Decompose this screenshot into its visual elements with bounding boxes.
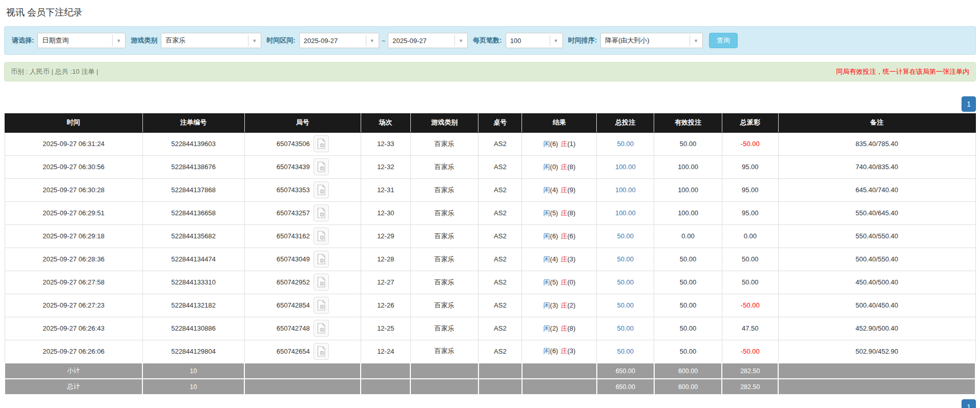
video-replay-button[interactable] [314,228,329,244]
date-from-combobox[interactable]: 2025-09-27 ▾ [299,33,379,48]
time-range-label: 时间区间: [266,36,295,45]
page-1-button[interactable]: 1 [962,399,976,408]
video-replay-button[interactable] [314,343,329,360]
cell-round-id: 650743049 [244,248,361,271]
cell-round-id: 650743162 [244,225,361,248]
cell-valid-bet: 100.00 [654,155,722,178]
cell-game-type: 百家乐 [410,248,478,271]
cell-total-bet-link[interactable]: 100.00 [597,155,654,178]
cell-total-bet-link[interactable]: 100.00 [597,201,654,225]
cell-remark: 452.90/500.40 [778,317,975,340]
sort-order-combobox[interactable]: 降幂(由大到小) ▾ [600,33,703,48]
total-valid-bet: 600.00 [654,379,722,395]
video-replay-button[interactable] [314,205,329,221]
date-to-value: 2025-09-27 [388,37,454,45]
video-replay-button[interactable] [314,274,329,291]
cell-total-bet-link[interactable]: 50.00 [597,248,654,271]
table-row: 2025-09-27 06:29:18 522844135682 6507431… [5,225,975,248]
cell-total-bet-link[interactable]: 50.00 [597,340,654,363]
cell-total-bet-link[interactable]: 50.00 [597,132,654,155]
cell-remark: 550.40/550.40 [778,225,975,248]
cell-game-type: 百家乐 [410,317,478,340]
subtotal-label: 小计 [5,363,142,379]
video-document-icon [317,254,326,264]
subtotal-valid-bet: 600.00 [654,363,722,379]
cell-remark: 500.40/550.40 [778,248,975,271]
page-size-label: 每页笔数: [473,36,502,45]
cell-game-type: 百家乐 [410,155,478,178]
video-replay-button[interactable] [314,251,329,268]
cell-round-id: 650742952 [244,271,361,294]
cell-time: 2025-09-27 06:26:06 [5,340,142,363]
date-to-combobox[interactable]: 2025-09-27 ▾ [388,33,468,48]
result-player: 闲(4) [544,255,558,263]
cell-bet-id: 522844138676 [142,155,244,178]
cell-remark: 502.90/452.90 [778,340,975,363]
table-row: 2025-09-27 06:27:58 522844133310 6507429… [5,271,975,294]
query-type-combobox[interactable]: 日期查询 ▾ [37,33,126,48]
round-number: 650743506 [277,140,310,148]
bet-records-table: 时间注单编号局号场次游戏类别桌号结果总投注有效投注总派彩备注 2025-09-2… [4,113,976,395]
cell-result: 闲(5)庄(8) [522,201,597,225]
video-replay-button[interactable] [314,181,329,198]
cell-remark: 740.40/835.40 [778,155,975,178]
cell-total-bet-link[interactable]: 50.00 [597,225,654,248]
result-banker: 庄(3) [560,347,575,355]
video-document-icon [317,185,326,195]
cell-round-id: 650742854 [244,294,361,317]
result-player: 闲(6) [544,347,558,355]
result-banker: 庄(8) [560,209,575,217]
pagination-bottom: 1 [4,399,976,408]
cell-payout: 50.00 [722,271,778,294]
page-1-button[interactable]: 1 [962,96,976,112]
video-replay-button[interactable] [314,135,329,152]
page-size-combobox[interactable]: 100 ▾ [506,33,563,48]
video-document-icon [317,231,326,241]
cell-result: 闲(4)庄(3) [522,248,597,271]
cell-session: 12-29 [361,225,410,248]
cell-payout: 95.00 [722,178,778,201]
cell-table-no: AS2 [478,132,522,155]
column-header: 结果 [522,113,597,132]
cell-total-bet-link[interactable]: 50.00 [597,294,654,317]
table-row: 2025-09-27 06:28:36 522844134474 6507430… [5,248,975,271]
cell-time: 2025-09-27 06:26:43 [5,317,142,340]
cell-total-bet-link[interactable]: 50.00 [597,271,654,294]
cell-round-id: 650743506 [244,132,361,155]
cell-payout: 0.00 [722,225,778,248]
cell-total-bet-link[interactable]: 100.00 [597,178,654,201]
table-row: 2025-09-27 06:26:06 522844129804 6507426… [5,340,975,363]
cell-table-no: AS2 [478,271,522,294]
cell-session: 12-24 [361,340,410,363]
subtotal-payout: 282.50 [722,363,778,379]
table-row: 2025-09-27 06:30:28 522844137868 6507433… [5,178,975,201]
cell-valid-bet: 50.00 [654,340,722,363]
summary-bar: 币别 : 人民币 | 总共 :10 注单 | 同局有效投注，统一计算在该局第一张… [4,62,976,81]
cell-total-bet-link[interactable]: 50.00 [597,317,654,340]
video-replay-button[interactable] [314,297,329,314]
cell-session: 12-27 [361,271,410,294]
video-replay-button[interactable] [314,158,329,175]
query-button[interactable]: 查询 [709,33,738,48]
cell-result: 闲(0)庄(8) [522,155,597,178]
round-number: 650743162 [277,232,310,240]
cell-session: 12-26 [361,294,410,317]
round-number: 650742952 [277,278,310,286]
cell-valid-bet: 0.00 [654,225,722,248]
cell-time: 2025-09-27 06:30:28 [5,178,142,201]
result-banker: 庄(3) [560,255,575,263]
game-type-value: 百家乐 [161,36,248,45]
cell-payout: 50.00 [722,248,778,271]
chevron-down-icon: ▾ [112,35,124,46]
query-type-label: 请选择: [12,36,34,45]
cell-result: 闲(5)庄(0) [522,271,597,294]
chevron-down-icon: ▾ [248,35,260,46]
valid-bet-notice: 同局有效投注，统一计算在该局第一张注单内 [836,67,969,76]
total-total-bet: 650.00 [597,379,654,395]
round-number: 650742748 [277,324,310,332]
cell-table-no: AS2 [478,201,522,225]
video-replay-button[interactable] [314,320,329,337]
cell-valid-bet: 50.00 [654,248,722,271]
game-type-combobox[interactable]: 百家乐 ▾ [161,33,261,48]
result-banker: 庄(0) [560,278,575,286]
